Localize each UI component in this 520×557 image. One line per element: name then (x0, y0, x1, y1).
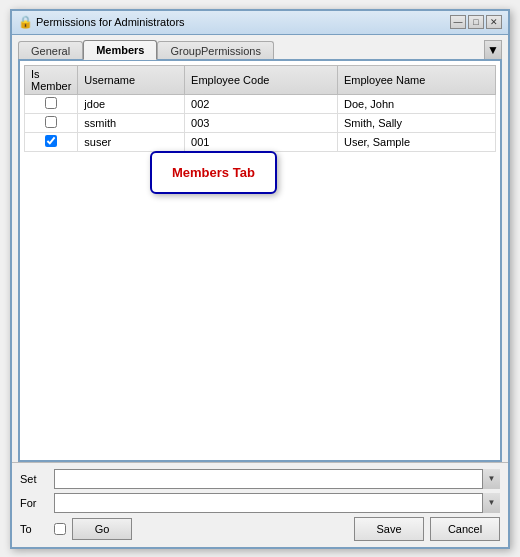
for-select-wrapper: ▼ (54, 493, 500, 513)
col-employee-code: Employee Code (185, 65, 338, 94)
main-panel: Is Member Username Employee Code Employe… (18, 59, 502, 462)
minimize-button[interactable]: — (450, 15, 466, 29)
chevron-down-icon: ▼ (487, 43, 499, 57)
col-username: Username (78, 65, 185, 94)
member-checkbox-jdoe[interactable] (45, 97, 57, 109)
cancel-button[interactable]: Cancel (430, 517, 500, 541)
table-area: Is Member Username Employee Code Employe… (24, 65, 496, 456)
content-area: General Members GroupPermissions ▼ Is Me… (12, 35, 508, 462)
col-is-member: Is Member (25, 65, 78, 94)
go-button[interactable]: Go (72, 518, 132, 540)
employee-name-cell: Smith, Sally (337, 113, 495, 132)
title-bar-left: 🔒 Permissions for Administrators (18, 15, 185, 29)
tab-members[interactable]: Members (83, 40, 157, 60)
set-row: Set ▼ (20, 469, 500, 489)
employee-code-cell: 001 (185, 132, 338, 151)
member-checkbox-cell (25, 113, 78, 132)
title-bar: 🔒 Permissions for Administrators — □ ✕ (12, 11, 508, 35)
for-row: For ▼ (20, 493, 500, 513)
to-row: To Go Save Cancel (20, 517, 500, 541)
set-select[interactable] (54, 469, 500, 489)
bottom-section: Set ▼ For ▼ To Go Save Cancel (12, 462, 508, 547)
members-table: Is Member Username Employee Code Employe… (24, 65, 496, 152)
member-checkbox-suser[interactable] (45, 135, 57, 147)
window-icon: 🔒 (18, 15, 32, 29)
tab-dropdown-button[interactable]: ▼ (484, 40, 502, 60)
tab-bar: General Members GroupPermissions ▼ (18, 39, 502, 59)
employee-name-cell: User, Sample (337, 132, 495, 151)
table-header-row: Is Member Username Employee Code Employe… (25, 65, 496, 94)
username-cell: jdoe (78, 94, 185, 113)
for-select[interactable] (54, 493, 500, 513)
close-button[interactable]: ✕ (486, 15, 502, 29)
username-cell: suser (78, 132, 185, 151)
table-row: suser 001 User, Sample (25, 132, 496, 151)
to-checkbox[interactable] (54, 523, 66, 535)
member-checkbox-cell (25, 94, 78, 113)
table-row: ssmith 003 Smith, Sally (25, 113, 496, 132)
employee-code-cell: 003 (185, 113, 338, 132)
tab-general[interactable]: General (18, 41, 83, 60)
set-select-wrapper: ▼ (54, 469, 500, 489)
employee-code-cell: 002 (185, 94, 338, 113)
for-label: For (20, 497, 48, 509)
main-window: 🔒 Permissions for Administrators — □ ✕ G… (10, 9, 510, 549)
col-employee-name: Employee Name (337, 65, 495, 94)
save-button[interactable]: Save (354, 517, 424, 541)
username-cell: ssmith (78, 113, 185, 132)
table-row: jdoe 002 Doe, John (25, 94, 496, 113)
to-label: To (20, 523, 48, 535)
maximize-button[interactable]: □ (468, 15, 484, 29)
member-checkbox-ssmith[interactable] (45, 116, 57, 128)
window-title: Permissions for Administrators (36, 16, 185, 28)
member-checkbox-cell (25, 132, 78, 151)
title-buttons: — □ ✕ (450, 15, 502, 29)
tab-group-permissions[interactable]: GroupPermissions (157, 41, 273, 60)
set-label: Set (20, 473, 48, 485)
employee-name-cell: Doe, John (337, 94, 495, 113)
